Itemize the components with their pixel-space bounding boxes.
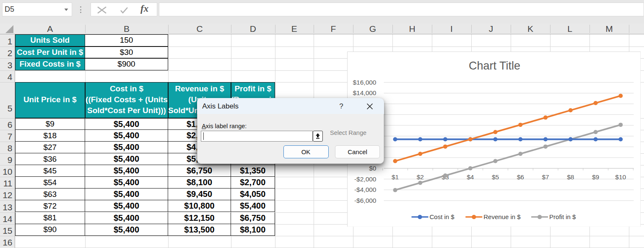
svg-text:$1: $1 bbox=[391, 173, 398, 181]
svg-text:$2: $2 bbox=[416, 173, 423, 181]
svg-text:$5: $5 bbox=[491, 173, 499, 181]
svg-text:$16,000: $16,000 bbox=[353, 78, 376, 85]
svg-text:$7: $7 bbox=[542, 173, 549, 181]
svg-text:$8: $8 bbox=[567, 173, 574, 181]
svg-text:Profit in $: Profit in $ bbox=[549, 213, 576, 220]
svg-text:$6: $6 bbox=[517, 173, 524, 181]
svg-text:$9: $9 bbox=[592, 173, 599, 181]
svg-text:-$4,000: -$4,000 bbox=[354, 186, 376, 193]
svg-text:-$6,000: -$6,000 bbox=[354, 197, 376, 204]
svg-text:Chart Title: Chart Title bbox=[469, 59, 520, 72]
svg-text:-$2,000: -$2,000 bbox=[354, 175, 376, 182]
svg-text:$4: $4 bbox=[467, 173, 474, 181]
svg-text:Cost in $: Cost in $ bbox=[429, 213, 454, 220]
svg-text:Revenue in $: Revenue in $ bbox=[483, 213, 521, 220]
svg-text:$0: $0 bbox=[369, 165, 376, 172]
svg-text:$14,000: $14,000 bbox=[353, 89, 376, 96]
svg-text:$10: $10 bbox=[615, 173, 626, 181]
